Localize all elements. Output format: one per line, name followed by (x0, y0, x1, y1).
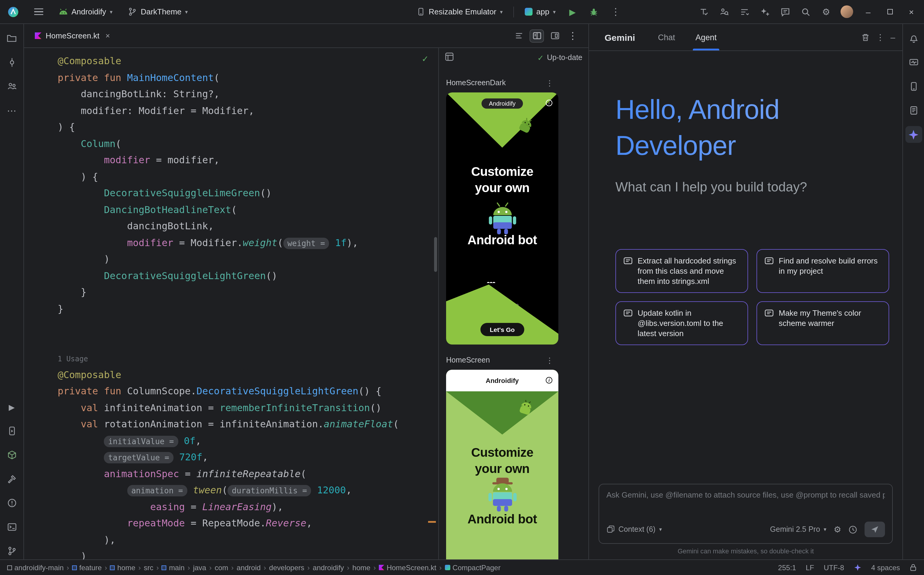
code-line[interactable]: DancingBotHeadlineText( (58, 202, 438, 218)
code-line[interactable]: } (58, 284, 438, 300)
code-line[interactable]: } (58, 300, 438, 317)
gemini-prompt-input[interactable] (606, 490, 885, 499)
code-line[interactable]: easing = LinearEasing), (58, 499, 438, 515)
suggestion-card[interactable]: Make my Theme's color scheme warmer (757, 301, 889, 345)
breadcrumb-item[interactable]: src (144, 563, 153, 572)
code-line[interactable]: ) { (58, 168, 438, 185)
profiler-button[interactable] (716, 3, 733, 20)
code-line[interactable]: modifier: Modifier = Modifier, (58, 102, 438, 119)
ui-check-button[interactable] (695, 3, 712, 20)
caret-position-widget[interactable]: 255:1 (778, 563, 796, 572)
run-configuration-selector[interactable]: app ▾ (522, 5, 559, 19)
profiler-tool-button[interactable] (905, 54, 922, 71)
trash-icon[interactable] (861, 33, 870, 42)
code-line[interactable]: private fun MainHomeContent( (58, 69, 438, 86)
preview-layout-button[interactable] (445, 52, 454, 63)
tab-options-button[interactable]: ⋮ (566, 29, 580, 42)
hide-panel-button[interactable]: – (891, 32, 895, 42)
breadcrumb-item[interactable]: androidify-main (7, 563, 64, 572)
breadcrumb-item[interactable]: home (110, 563, 135, 572)
close-button[interactable]: × (902, 3, 921, 20)
history-clock-icon[interactable] (848, 525, 857, 534)
code-line[interactable]: repeatMode = RepeatMode.Reverse, (58, 515, 438, 532)
suggestion-card[interactable]: Update kotlin in @libs.version.toml to t… (615, 301, 748, 345)
editor-scrollbar[interactable] (434, 237, 437, 272)
code-line[interactable]: val rotationAnimation = infiniteAnimatio… (58, 416, 438, 432)
breadcrumb-item[interactable]: developers (269, 563, 304, 572)
code-line[interactable]: ), (58, 532, 438, 548)
code-line[interactable]: private fun ColumnScope.DecorativeSquigg… (58, 383, 438, 399)
tab-chat[interactable]: Chat (656, 24, 677, 51)
breadcrumb-item[interactable]: com (215, 563, 228, 572)
code-line[interactable]: @Composable (58, 367, 438, 383)
line-ending-widget[interactable]: LF (806, 563, 814, 572)
run-tool-button[interactable]: ▶ (3, 399, 20, 415)
breadcrumb-item[interactable]: home (352, 563, 371, 572)
preview-menu-button[interactable]: ⋮ (546, 356, 553, 365)
readonly-toggle[interactable] (910, 564, 917, 572)
code-line[interactable]: dancingBotLink, (58, 218, 438, 234)
code-line[interactable] (58, 334, 438, 350)
code-line[interactable]: modifier = modifier, (58, 152, 438, 168)
code-line[interactable]: ) (58, 548, 438, 559)
breadcrumb-item[interactable]: java (193, 563, 206, 572)
code-line[interactable]: DecorativeSquiggleLimeGreen() (58, 185, 438, 202)
code-line[interactable]: val infiniteAnimation = rememberInfinite… (58, 399, 438, 416)
code-editor[interactable]: @Composableprivate fun MainHomeContent( … (24, 48, 438, 559)
device-manager-button[interactable] (905, 78, 922, 95)
code-line[interactable]: dancingBotLink: String?, (58, 86, 438, 102)
debug-button[interactable] (586, 3, 603, 20)
code-line[interactable]: animationSpec = infiniteRepeatable( (58, 465, 438, 482)
maximize-button[interactable] (881, 3, 899, 20)
terminal-tool-button[interactable] (3, 519, 20, 535)
design-view-button[interactable] (547, 29, 562, 42)
breadcrumb-item[interactable]: androidify (313, 563, 344, 572)
code-line[interactable]: animation = tween(durationMillis = 12000… (58, 482, 438, 499)
preview-homescreen[interactable]: Androidify i Customize your own Android … (446, 370, 558, 559)
project-tool-button[interactable] (3, 30, 20, 47)
context-selector[interactable]: Context (6) ▾ (606, 525, 662, 534)
breadcrumb-item[interactable]: android (237, 563, 261, 572)
breadcrumb-item[interactable]: feature (72, 563, 102, 572)
breadcrumb-item[interactable]: CompactPager (445, 563, 501, 572)
gemini-settings-button[interactable]: ⚙ (833, 524, 841, 534)
main-menu-button[interactable] (30, 3, 47, 20)
code-line[interactable]: ) { (58, 119, 438, 135)
model-selector[interactable]: Gemini 2.5 Pro ▾ (770, 525, 827, 534)
code-line[interactable]: modifier = Modifier.weight(weight = 1f), (58, 234, 438, 251)
running-devices-tool-button[interactable] (3, 423, 20, 439)
indent-widget[interactable]: 4 spaces (871, 563, 900, 572)
task-list-button[interactable] (736, 3, 753, 20)
ai-features-button[interactable] (757, 3, 773, 20)
gemini-menu-button[interactable]: ⋮ (876, 32, 884, 42)
preview-scroll-area[interactable]: HomeScreenDark ⋮ Androidify i (439, 67, 588, 559)
code-line[interactable]: @Composable (58, 53, 438, 69)
gemini-status-widget[interactable] (854, 564, 862, 572)
tab-close-icon[interactable]: × (105, 31, 110, 40)
tab-homescreen-kt[interactable]: HomeScreen.kt × (29, 24, 116, 48)
preview-menu-button[interactable]: ⋮ (546, 78, 553, 87)
minimize-button[interactable]: – (859, 3, 877, 20)
code-view-button[interactable] (512, 29, 526, 42)
code-line[interactable]: Column( (58, 135, 438, 152)
build-tool-button[interactable] (3, 470, 20, 488)
settings-button[interactable]: ⚙ (818, 3, 835, 20)
preview-homescreendark[interactable]: Androidify i Customize your own Android … (446, 92, 558, 345)
breadcrumb-item[interactable]: HomeScreen.kt (379, 563, 436, 572)
split-view-button[interactable] (530, 29, 544, 42)
gemini-tool-button[interactable] (905, 126, 922, 143)
inspections-ok-icon[interactable]: ✓ (422, 54, 429, 64)
encoding-widget[interactable]: UTF-8 (824, 563, 844, 572)
notifications-button[interactable] (905, 30, 922, 47)
ai-chat-button[interactable] (777, 3, 794, 20)
tab-agent[interactable]: Agent (693, 24, 719, 51)
suggestion-card[interactable]: Extract all hardcoded strings from this … (615, 249, 748, 293)
version-control-tool-button[interactable] (3, 543, 20, 559)
pull-requests-tool-button[interactable] (3, 78, 20, 95)
vcs-branch-selector[interactable]: DarkTheme ▾ (124, 5, 191, 19)
send-button[interactable] (865, 522, 885, 537)
code-line[interactable]: ) (58, 251, 438, 267)
commit-tool-button[interactable] (3, 54, 20, 71)
code-line[interactable]: targetValue = 720f, (58, 449, 438, 465)
code-line[interactable]: DecorativeSquiggleLightGreen() (58, 267, 438, 284)
